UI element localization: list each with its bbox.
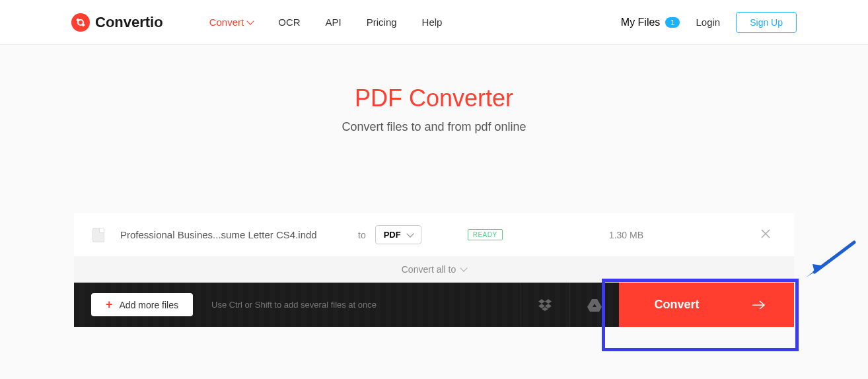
- header-left: Convertio Convert OCR API Pricing Help: [71, 13, 442, 32]
- dropbox-icon: [538, 298, 552, 312]
- login-link[interactable]: Login: [696, 17, 720, 28]
- annotation-arrow: [805, 239, 857, 279]
- page-title: PDF Converter: [0, 85, 868, 112]
- my-files-label: My Files: [621, 17, 661, 28]
- nav-convert-label: Convert: [209, 17, 244, 28]
- file-row: Professional Busines...sume Letter CS4.i…: [74, 213, 794, 256]
- my-files-link[interactable]: My Files 1: [621, 17, 680, 28]
- nav-ocr[interactable]: OCR: [278, 17, 300, 28]
- convert-button[interactable]: Convert: [619, 283, 794, 327]
- nav-api[interactable]: API: [326, 17, 342, 28]
- main: PDF Converter Convert files to and from …: [0, 45, 868, 134]
- bottom-bar: + Add more files Use Ctrl or Shift to ad…: [74, 283, 794, 327]
- nav-help[interactable]: Help: [422, 17, 443, 28]
- header: Convertio Convert OCR API Pricing Help M…: [0, 0, 868, 45]
- nav: Convert OCR API Pricing Help: [209, 17, 443, 28]
- to-label: to: [358, 230, 366, 240]
- plus-icon: +: [106, 298, 113, 312]
- file-icon: [92, 228, 104, 242]
- nav-convert[interactable]: Convert: [209, 17, 254, 28]
- logo-icon: [71, 13, 90, 32]
- add-more-label: Add more files: [120, 300, 178, 310]
- convert-all-label: Convert all to: [402, 264, 456, 275]
- file-area: Professional Busines...sume Letter CS4.i…: [74, 213, 794, 327]
- convert-all-dropdown[interactable]: Convert all to: [74, 256, 794, 283]
- status-badge: READY: [468, 229, 503, 240]
- format-value: PDF: [384, 230, 401, 240]
- dropbox-button[interactable]: [520, 283, 569, 327]
- header-right: My Files 1 Login Sign Up: [621, 12, 797, 33]
- arrow-right-icon: [752, 300, 766, 310]
- signup-button[interactable]: Sign Up: [736, 12, 797, 33]
- chevron-down-icon: [406, 230, 414, 237]
- convert-label: Convert: [654, 298, 699, 312]
- files-count-badge: 1: [665, 17, 680, 28]
- google-drive-icon: [587, 298, 602, 312]
- chevron-down-icon: [460, 264, 468, 271]
- nav-pricing[interactable]: Pricing: [367, 17, 397, 28]
- remove-file-button[interactable]: [761, 229, 770, 241]
- add-more-files-button[interactable]: + Add more files: [91, 293, 193, 316]
- format-select[interactable]: PDF: [375, 225, 421, 244]
- google-drive-button[interactable]: [569, 283, 619, 327]
- page-subtitle: Convert files to and from pdf online: [0, 120, 868, 134]
- chevron-down-icon: [247, 17, 254, 24]
- file-name: Professional Busines...sume Letter CS4.i…: [120, 229, 345, 240]
- logo[interactable]: Convertio: [71, 13, 163, 32]
- file-size: 1.30 MB: [609, 230, 643, 240]
- helper-text: Use Ctrl or Shift to add several files a…: [211, 300, 520, 310]
- logo-text: Convertio: [95, 14, 163, 31]
